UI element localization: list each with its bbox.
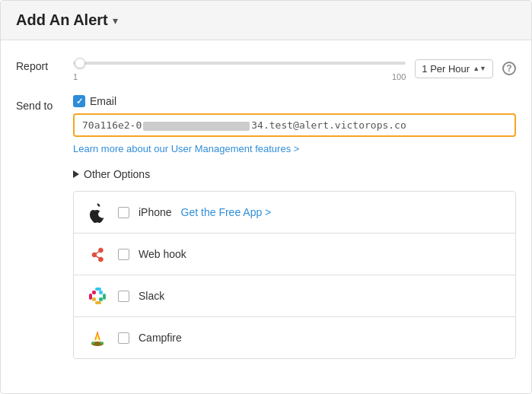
svg-rect-4 <box>92 291 96 294</box>
slack-checkbox[interactable] <box>118 291 129 302</box>
help-icon[interactable]: ? <box>502 62 516 75</box>
slider-wrapper: 1 100 <box>73 56 406 81</box>
panel-body: Report 1 100 <box>1 40 531 374</box>
svg-rect-5 <box>99 291 103 294</box>
svg-point-12 <box>91 342 94 345</box>
slider-thumb[interactable] <box>75 58 85 68</box>
slider-max-label: 100 <box>392 72 406 81</box>
option-iphone: iPhone Get the Free App > <box>73 191 516 234</box>
email-checkbox[interactable] <box>73 95 85 107</box>
iphone-checkbox[interactable] <box>118 207 129 218</box>
send-to-content: Email 70a116e2-034.test@alert.victorops.… <box>73 95 516 154</box>
email-input-box[interactable]: 70a116e2-034.test@alert.victorops.co <box>73 113 516 137</box>
panel-title: Add An Alert <box>16 11 108 29</box>
slider-min-label: 1 <box>73 72 78 81</box>
other-options-label: Other Options <box>84 168 150 180</box>
learn-more-link[interactable]: Learn more about our User Management fea… <box>73 143 516 154</box>
triangle-right-icon <box>73 170 79 178</box>
campfire-label: Campfire <box>139 332 182 344</box>
svg-rect-0 <box>89 294 92 300</box>
slider-track <box>73 62 406 65</box>
slack-icon <box>86 284 109 307</box>
webhook-icon <box>86 243 109 265</box>
iphone-get-app-link[interactable]: Get the Free App > <box>181 206 272 218</box>
campfire-checkbox[interactable] <box>118 332 129 344</box>
webhook-label: Web hook <box>139 248 186 260</box>
option-webhook: Web hook <box>73 233 516 275</box>
per-hour-arrows: ▲▼ <box>473 65 486 72</box>
send-to-label: Send to <box>16 95 73 112</box>
per-hour-select[interactable]: 1 Per Hour ▲▼ <box>415 59 493 78</box>
header-chevron-icon[interactable]: ▾ <box>113 14 118 27</box>
add-alert-panel: Add An Alert ▾ Report 1 100 <box>0 0 532 394</box>
report-label: Report <box>16 56 73 72</box>
slider-track-container[interactable] <box>73 56 406 71</box>
option-campfire: Campfire <box>73 316 516 359</box>
campfire-icon <box>86 326 109 349</box>
other-options-toggle[interactable]: Other Options <box>73 168 516 180</box>
email-input-text: 70a116e2-034.test@alert.victorops.co <box>82 119 507 131</box>
per-hour-value: 1 Per Hour <box>422 63 470 75</box>
slack-label: Slack <box>139 290 164 302</box>
svg-rect-1 <box>95 288 101 291</box>
iphone-label: iPhone <box>139 206 172 218</box>
svg-rect-3 <box>95 301 101 304</box>
report-row: Report 1 100 <box>16 56 516 81</box>
report-content: 1 100 1 Per Hour ▲▼ ? <box>73 56 516 81</box>
svg-rect-7 <box>92 297 96 301</box>
send-to-row: Send to Email 70a116e2-034.test@alert.vi… <box>16 95 516 154</box>
slider-row: 1 100 1 Per Hour ▲▼ ? <box>73 56 516 81</box>
email-row: Email <box>73 95 516 107</box>
apple-icon <box>86 201 109 224</box>
email-label: Email <box>90 95 116 107</box>
panel-header: Add An Alert ▾ <box>1 1 531 40</box>
svg-point-13 <box>100 342 104 345</box>
webhook-checkbox[interactable] <box>118 249 129 260</box>
svg-rect-2 <box>103 294 106 300</box>
svg-rect-6 <box>99 297 103 301</box>
option-slack: Slack <box>73 275 516 317</box>
slider-labels: 1 100 <box>73 72 406 81</box>
options-list: iPhone Get the Free App > Web hook <box>73 191 516 359</box>
